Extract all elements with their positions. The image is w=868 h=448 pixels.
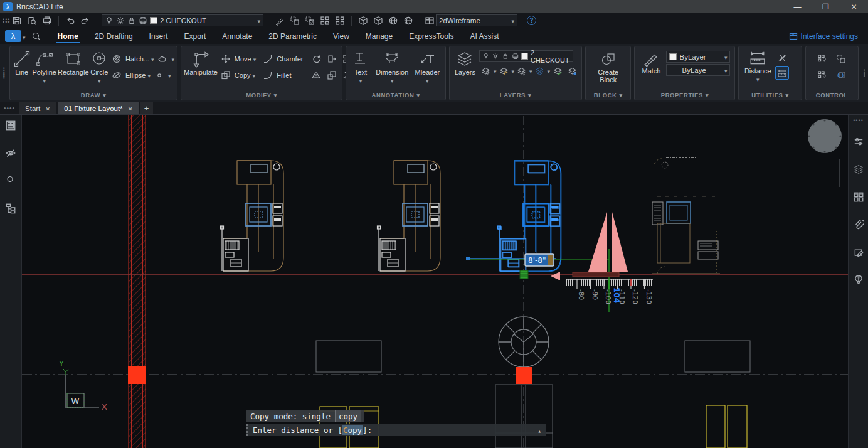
quick-measure-button[interactable]: [775, 66, 789, 80]
close-button[interactable]: ✕: [840, 0, 868, 13]
command-option-copy[interactable]: Copy: [342, 425, 363, 435]
match-button[interactable]: Match: [637, 49, 665, 75]
new-tab-button[interactable]: +: [140, 102, 153, 114]
stretch-button[interactable]: [325, 52, 339, 66]
dimension-button[interactable]: Dimension: [374, 49, 411, 84]
tab-annotate[interactable]: Annotate: [214, 28, 260, 44]
chamfer-button[interactable]: [261, 52, 275, 66]
plan-rectangle-1[interactable]: [316, 341, 381, 372]
mleader-button[interactable]: Mleader: [412, 49, 443, 84]
tab-home[interactable]: Home: [50, 28, 87, 44]
checkout-fixture-2[interactable]: [378, 161, 441, 271]
plot-button[interactable]: [40, 14, 54, 27]
fillet-label[interactable]: Fillet: [277, 72, 291, 79]
panels-browser-button[interactable]: [3, 117, 19, 134]
tab-insert[interactable]: Insert: [141, 28, 176, 44]
red-marker-1[interactable]: [128, 366, 146, 384]
dimension-input-field[interactable]: 8'-8": [525, 254, 554, 266]
properties-panel-button[interactable]: [850, 134, 867, 150]
panel-annotation-footer[interactable]: ANNOTATION: [346, 90, 445, 100]
hatch-label[interactable]: Hatch...: [125, 55, 149, 63]
polyline-button[interactable]: Polyline: [32, 49, 56, 84]
close-tab-icon[interactable]: [45, 105, 50, 112]
doctab-grip[interactable]: ••••: [4, 105, 15, 112]
layer-isolate-button[interactable]: [479, 64, 493, 78]
panel-modify-footer[interactable]: MODIFY: [181, 90, 342, 100]
toolbar-grip[interactable]: ••••••: [3, 18, 9, 23]
tab-2d-parametric[interactable]: 2D Parametric: [260, 28, 325, 44]
print-preview-button[interactable]: [25, 14, 39, 27]
rail-grip[interactable]: ••••: [853, 117, 864, 122]
ribbon-overflow-grip[interactable]: ••••: [862, 46, 867, 100]
move-label[interactable]: Move: [235, 55, 251, 63]
help-button[interactable]: ?: [527, 16, 536, 25]
close-tab-icon[interactable]: [128, 105, 133, 112]
drawing-canvas[interactable]: W X Y: [22, 115, 848, 448]
id-point-button[interactable]: [775, 51, 789, 65]
blocks-panel-button[interactable]: [850, 189, 867, 205]
layer-select-combo[interactable]: 2 CHECKOUT: [102, 14, 263, 26]
block-edit-button[interactable]: [834, 68, 848, 82]
panel-properties-footer[interactable]: PROPERTIES: [635, 90, 734, 100]
assistant-panel-button[interactable]: [850, 272, 867, 288]
ribbon-grip[interactable]: ••••••: [1, 46, 6, 100]
copy-button[interactable]: [219, 68, 233, 82]
render-world-button[interactable]: [401, 14, 415, 27]
hatch-button[interactable]: [110, 52, 124, 66]
tab-expresstools[interactable]: ExpressTools: [401, 28, 462, 44]
mirror-button[interactable]: [309, 68, 323, 82]
ellipse-button[interactable]: [110, 68, 124, 82]
show-entities-button[interactable]: [815, 52, 829, 66]
panel-draw-footer[interactable]: DRAW: [10, 90, 177, 100]
scale-button[interactable]: [325, 68, 339, 82]
hide-entities-rail-button[interactable]: [3, 145, 19, 161]
tab-drawing[interactable]: 01 Fixture Layout*: [58, 102, 139, 114]
tab-manage[interactable]: Manage: [357, 28, 401, 44]
layer-set-current-button[interactable]: [551, 64, 564, 78]
circle-button[interactable]: Circle: [90, 49, 109, 84]
isolate-objects-button[interactable]: [303, 14, 317, 27]
checkout-fixture-1[interactable]: [221, 161, 284, 271]
redo-button[interactable]: [78, 14, 92, 27]
distance-button[interactable]: Distance: [741, 49, 774, 83]
light-rail-button[interactable]: [3, 173, 19, 189]
hatched-wall-column[interactable]: [129, 115, 146, 448]
unisolate-objects-button[interactable]: [333, 14, 347, 27]
search-button[interactable]: [28, 30, 45, 43]
navigation-sphere[interactable]: [808, 119, 842, 153]
ellipse-label[interactable]: Ellipse: [125, 72, 146, 79]
interface-settings-button[interactable]: Interface settings: [789, 32, 858, 41]
copy-label[interactable]: Copy: [235, 72, 251, 79]
create-block-button[interactable]: CreateBlock: [590, 49, 627, 83]
rectangle-button[interactable]: Rectangle: [58, 49, 89, 76]
point-button[interactable]: [152, 68, 166, 82]
save-button[interactable]: [10, 14, 24, 27]
color-combo[interactable]: ByLayer: [666, 51, 730, 63]
command-line-grip[interactable]: [246, 424, 250, 436]
chevron-down-icon[interactable]: [23, 31, 26, 42]
hide-objects-button[interactable]: [318, 14, 332, 27]
layers-panel-button[interactable]: [850, 161, 867, 178]
layer-new-button[interactable]: [565, 64, 579, 78]
layer-lock-button[interactable]: [497, 64, 511, 78]
model-space[interactable]: W X Y: [22, 115, 848, 448]
ribbon-layer-combo[interactable]: 2 CHECKOUT: [479, 50, 573, 62]
fillet-button[interactable]: [261, 68, 275, 82]
panel-block-footer[interactable]: BLOCK: [586, 90, 630, 100]
panel-utilities-footer[interactable]: UTILITIES: [739, 90, 801, 100]
attachments-panel-button[interactable]: [850, 216, 867, 233]
select-entities-button[interactable]: [834, 52, 848, 66]
tab-start[interactable]: Start: [19, 102, 56, 114]
structure-rail-button[interactable]: [3, 200, 19, 216]
red-marker-2[interactable]: [516, 367, 532, 384]
layers-button[interactable]: Layers: [452, 49, 478, 76]
dynamic-dimension[interactable]: -80 -90 -100 -110 -120 -130 104: [466, 212, 653, 312]
undo-button[interactable]: [63, 14, 77, 27]
expand-command-history-icon[interactable]: [538, 425, 541, 435]
text-button[interactable]: Text: [349, 49, 373, 84]
panel-layers-footer[interactable]: LAYERS: [450, 90, 581, 100]
revision-cloud-button[interactable]: [156, 52, 169, 66]
checkout-fixture-4-faded[interactable]: [652, 157, 720, 274]
select-similar-button[interactable]: [288, 14, 302, 27]
view-shaded-button[interactable]: [386, 14, 400, 27]
